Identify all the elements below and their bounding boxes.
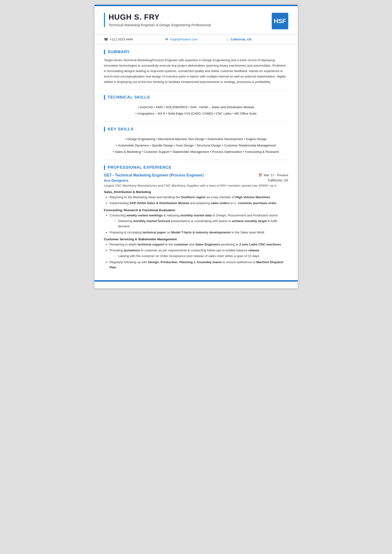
key-skill-line-2: • Automobile Dynamics • Spindle Design •… [104,142,288,149]
key-skills-section: KEY SKILLS • Design Engineering • Mechan… [95,122,298,160]
subsection-forecasting: Forecasting, Research & Functional Evalu… [104,208,288,235]
header-left: HUGH S. FRY Technical Marketing Engineer… [104,13,211,27]
location-contact: ⌂ California, US [227,37,288,41]
resume-container: HUGH S. FRY Technical Marketing Engineer… [95,5,298,288]
customer-sub-list: Liaising with the customer on Order Acce… [110,254,288,259]
subsection-sales-title: Sales, Distribution & Marketing [104,190,288,194]
technical-skills-section: TECHNICAL SKILLS • AutoCAD • KMS • SOLID… [95,90,298,121]
calendar-icon: 📅 [258,173,262,177]
job-entry-1: GET - Technical Marketing Engineer (Proc… [104,173,288,270]
customer-bullet-2: Providing quotations to customer as per … [106,248,288,259]
job-header: GET - Technical Marketing Engineer (Proc… [104,173,288,177]
technical-skills-list: • AutoCAD • KMS • SOLIDWORKS • SAP - HAN… [104,103,288,119]
job-title: GET - Technical Marketing Engineer (Proc… [104,173,204,177]
candidate-title: Technical Marketing Engineer & Design En… [109,23,211,27]
key-skills-title: KEY SKILLS [104,127,288,132]
subsection-customer-title: Customer Servicing & Stakeholder Managem… [104,237,288,241]
professional-experience-section: PROFESSIONAL EXPERIENCE GET - Technical … [95,160,298,273]
home-icon: ⌂ [227,37,229,41]
company-description: Largest CNC Machinery Manufacturers and … [104,183,288,188]
contact-bar: ☎ +111 3333 4444 ✉ hugh@hiration.com ⌂ C… [95,35,298,44]
job-location: California, US [268,178,288,182]
sales-bullet-1: Reporting to the Marketing Head and hand… [106,195,288,200]
customer-sub-bullet-1: Liaising with the customer on Order Acce… [114,254,288,259]
customer-bullet-1: Rendering in-depth technical support to … [106,242,288,247]
forecasting-sub-list: Delivering monthly market forecast prese… [110,219,288,229]
experience-title: PROFESSIONAL EXPERIENCE [104,165,288,170]
phone-contact: ☎ +111 3333 4444 [104,37,165,41]
key-skill-line-3: • Sales & Marketing • Customer Support •… [104,149,288,155]
forecasting-bullet-1: Conducting weekly review meetings & rele… [106,213,288,229]
job-date-text: Mar '17 - Present [264,173,288,177]
summary-title: SUMMARY [104,50,288,54]
forecasting-sub-bullet-1: Delivering monthly market forecast prese… [114,219,288,229]
technical-skill-line-1: • AutoCAD • KMS • SOLIDWORKS • SAP - HAN… [104,104,288,110]
technical-skill-line-2: • Unigraphics – NX 8 • Solid Edge V19 (C… [104,110,288,117]
key-skill-line-1: • Design Engineering • Mechanical Machin… [104,136,288,142]
customer-bullet-3: Regularly following up with Design, Prod… [106,260,288,270]
subsection-customer: Customer Servicing & Stakeholder Managem… [104,237,288,270]
company-row: Ace Designers California, US [104,178,288,182]
forecasting-bullet-list: Conducting weekly review meetings & rele… [104,213,288,235]
sales-bullet-list: Reporting to the Marketing Head and hand… [104,195,288,206]
location-text: California, US [231,38,252,41]
subsection-forecasting-title: Forecasting, Research & Functional Evalu… [104,208,288,212]
summary-section: SUMMARY Target-driven Technical Marketin… [95,44,298,90]
candidate-name: HUGH S. FRY [109,13,211,21]
forecasting-bullet-2: Preparing & circulating technical paper … [106,230,288,235]
header-section: HUGH S. FRY Technical Marketing Engineer… [95,6,298,35]
subsection-sales: Sales, Distribution & Marketing Reportin… [104,190,288,206]
customer-bullet-list: Rendering in-depth technical support to … [104,242,288,270]
key-skills-list: • Design Engineering • Mechanical Machin… [104,135,288,157]
job-date: 📅 Mar '17 - Present [258,173,288,177]
bottom-bar [95,280,298,282]
phone-icon: ☎ [104,37,108,41]
phone-number: +111 3333 4444 [110,38,133,41]
email-contact: ✉ hugh@hiration.com [165,37,227,41]
sales-bullet-2: Implementing SAP HANA Sales & Distributi… [106,201,288,206]
technical-skills-title: TECHNICAL SKILLS [104,95,288,100]
email-address[interactable]: hugh@hiration.com [170,38,198,41]
email-icon: ✉ [165,37,168,41]
company-name: Ace Designers [104,178,129,182]
avatar: HSF [272,13,288,29]
summary-text: Target-driven Technical Marketing/Proces… [104,58,288,87]
